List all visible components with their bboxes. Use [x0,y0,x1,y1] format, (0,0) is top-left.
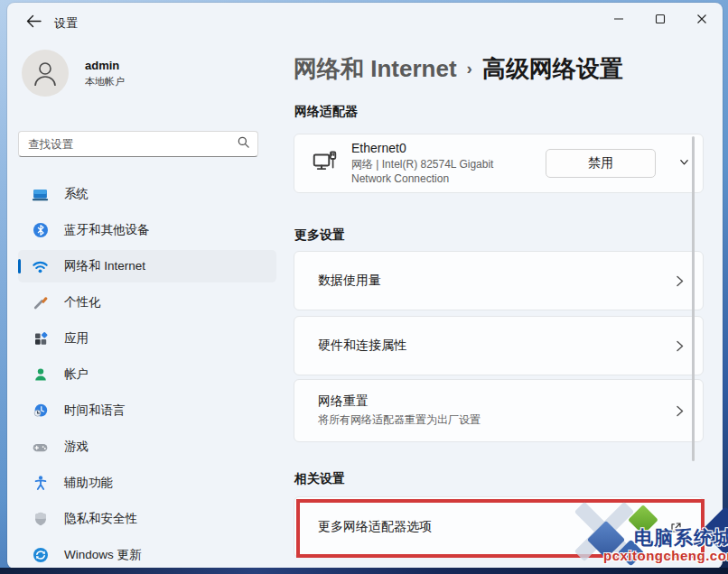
taskbar-strip [0,568,728,574]
back-arrow-icon [26,14,42,32]
card-more-adapter-options[interactable]: 更多网络适配器选项 [294,496,704,558]
user-account-type: 本地帐户 [85,75,125,88]
card-label: 数据使用量 [318,273,381,289]
card-network-reset[interactable]: 网络重置 将所有网络适配器重置为出厂设置 [294,379,704,442]
search-box[interactable] [18,131,258,157]
adapter-description: 网络 | Intel(R) 82574L Gigabit Network Con… [351,157,532,186]
main-content: 网络和 Internet›高级网络设置 网络适配器 Ethernet0 网络 |… [294,3,705,569]
time-language-icon [32,403,49,420]
windows-update-icon [32,547,49,564]
card-label: 硬件和连接属性 [318,338,406,354]
sidebar-item-accessibility[interactable]: 辅助功能 [18,467,276,499]
section-header-more-settings: 更多设置 [294,227,345,244]
sidebar-nav: 系统 蓝牙和其他设备 网络和 Internet 个性化 应用 帐户 [7,178,287,569]
sidebar-item-label: Windows 更新 [64,547,142,563]
sidebar-item-bluetooth[interactable]: 蓝牙和其他设备 [18,214,276,246]
search-input[interactable] [28,138,237,151]
sidebar-item-label: 应用 [64,330,89,347]
sidebar-item-accounts[interactable]: 帐户 [18,358,276,391]
breadcrumb-separator-icon: › [467,59,472,78]
breadcrumb: 网络和 Internet›高级网络设置 [294,53,623,85]
sidebar-item-label: 系统 [64,186,89,202]
sidebar-item-network[interactable]: 网络和 Internet [18,250,276,282]
card-label: 更多网络适配器选项 [318,519,432,535]
sidebar-item-label: 蓝牙和其他设备 [64,222,150,238]
sidebar-item-privacy[interactable]: 隐私和安全性 [18,503,276,535]
external-link-icon [669,521,683,534]
card-hardware-properties[interactable]: 硬件和连接属性 [294,316,704,375]
ethernet-adapter-icon [311,148,338,179]
sidebar-item-personalization[interactable]: 个性化 [18,286,276,319]
window-title: 设置 [54,15,78,32]
disable-button[interactable]: 禁用 [546,149,656,178]
sidebar: admin 本地帐户 系统 蓝牙和其他设备 网络和 Internet [7,41,287,569]
accounts-icon [32,366,49,384]
user-profile[interactable]: admin 本地帐户 [22,50,125,97]
card-description: 将所有网络适配器重置为出厂设置 [318,413,481,428]
personalization-icon [32,294,49,311]
scrollbar[interactable] [692,136,695,461]
expand-adapter-button[interactable] [669,155,699,171]
sidebar-item-gaming[interactable]: 游戏 [18,430,276,463]
sidebar-item-label: 游戏 [64,439,89,455]
chevron-right-icon [673,403,686,419]
adapter-name: Ethernet0 [351,141,532,155]
user-name: admin [85,59,125,72]
bluetooth-icon [32,222,49,239]
network-icon [32,258,49,275]
section-header-related-settings: 相关设置 [294,471,345,487]
breadcrumb-parent[interactable]: 网络和 Internet [294,55,457,82]
accessibility-icon [32,475,49,492]
sidebar-item-label: 网络和 Internet [64,258,145,274]
sidebar-item-time-language[interactable]: 时间和语言 [18,394,276,427]
avatar [22,50,69,97]
system-icon [32,186,49,203]
sidebar-item-label: 帐户 [64,366,89,383]
section-header-network-adapters: 网络适配器 [294,104,358,120]
back-button[interactable] [20,11,47,34]
sidebar-item-system[interactable]: 系统 [18,178,276,210]
sidebar-item-label: 隐私和安全性 [64,511,137,527]
search-icon [237,135,250,153]
apps-icon [32,330,49,347]
sidebar-item-label: 辅助功能 [64,475,113,491]
page-title: 高级网络设置 [482,55,623,82]
chevron-right-icon [673,273,686,289]
settings-window: 设置 admin 本地帐户 [7,3,723,569]
sidebar-item-label: 个性化 [64,294,101,310]
adapter-card-ethernet0: Ethernet0 网络 | Intel(R) 82574L Gigabit N… [294,134,704,193]
gaming-icon [32,439,49,456]
sidebar-item-windows-update[interactable]: Windows 更新 [18,539,276,569]
chevron-right-icon [673,338,686,354]
card-label: 网络重置 [318,393,481,410]
card-data-usage[interactable]: 数据使用量 [294,251,704,310]
chevron-down-icon [678,155,690,171]
sidebar-item-label: 时间和语言 [64,403,126,419]
sidebar-item-apps[interactable]: 应用 [18,322,276,355]
privacy-shield-icon [32,511,49,528]
